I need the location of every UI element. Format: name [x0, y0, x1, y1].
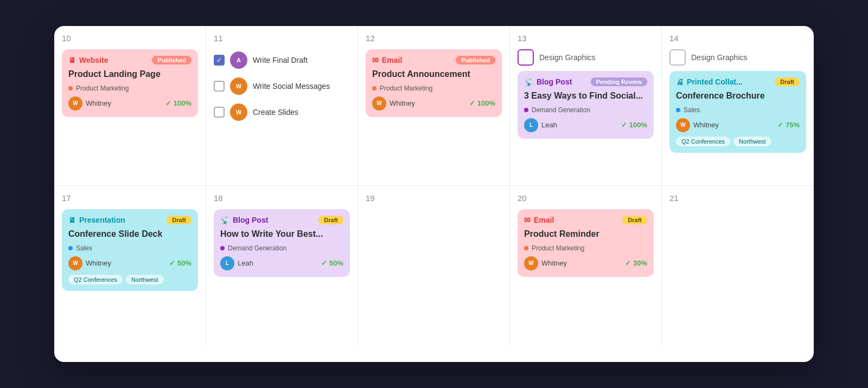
day-cell-20: 20 ✉ Email Draft Product Reminder Produc… — [510, 186, 662, 346]
tag[interactable]: Northwest — [733, 137, 771, 146]
meta-dot — [372, 86, 376, 90]
completion: 30% — [625, 259, 647, 267]
completion: 75% — [777, 121, 800, 129]
completion: 50% — [169, 259, 192, 267]
content-card[interactable]: ✉ Email Published Product Announcement P… — [366, 49, 502, 117]
status-badge: Draft — [167, 216, 192, 224]
card-meta: Demand Generation — [524, 106, 647, 114]
assignee-name: Leah — [238, 259, 253, 267]
avatar: W — [524, 256, 538, 270]
design-header: Design Graphics — [518, 49, 654, 66]
card-header: ✉ Email Published — [372, 56, 495, 64]
meta-dot — [68, 246, 73, 250]
checklist-label: Write Final Draft — [253, 56, 308, 64]
completion: 100% — [469, 99, 495, 107]
content-card[interactable]: 🖥 Presentation Draft Conference Slide De… — [62, 209, 198, 291]
checkbox[interactable] — [214, 81, 225, 92]
content-card[interactable]: ✉ Email Draft Product Reminder Product M… — [518, 209, 654, 277]
card-meta: Sales — [676, 106, 800, 114]
tags: Q2 ConferencesNorthwest — [68, 275, 192, 284]
design-checkbox[interactable] — [518, 49, 534, 66]
card-type: 🖥 Website — [68, 56, 108, 64]
assignee-name: Leah — [541, 121, 557, 129]
card-footer: W Whitney 75% — [676, 118, 800, 132]
checklist-avatar: A — [230, 51, 247, 69]
type-icon: 🖥 — [68, 216, 76, 224]
status-badge: Pending Review — [591, 77, 647, 86]
card-title: How to Write Your Best... — [220, 229, 343, 240]
meta-dot — [524, 246, 528, 250]
tags: Q2 ConferencesNorthwest — [676, 137, 800, 146]
assignee-name: Whitney — [693, 121, 719, 129]
assignee-name: Whitney — [86, 99, 111, 107]
card-footer: W Whitney 30% — [524, 256, 647, 270]
assignee: L Leah — [220, 256, 253, 270]
assignee-name: Whitney — [390, 99, 415, 107]
day-number: 18 — [214, 193, 350, 203]
day-number: 10 — [62, 34, 198, 43]
completion: 100% — [621, 121, 647, 129]
card-title: Product Reminder — [524, 229, 647, 240]
card-title: 3 Easy Ways to Find Social... — [524, 90, 647, 102]
checklist-avatar: W — [230, 77, 247, 95]
card-footer: W Whitney 50% — [68, 256, 192, 270]
tag[interactable]: Northwest — [126, 275, 164, 284]
card-type: 🖥 Presentation — [68, 216, 125, 224]
meta-dot — [220, 246, 225, 250]
content-card[interactable]: 🖨 Printed Collat... Draft Conference Bro… — [669, 71, 806, 153]
type-label: Email — [382, 56, 402, 64]
meta-label: Sales — [684, 106, 700, 114]
card-header: 🖨 Printed Collat... Draft — [676, 77, 800, 86]
type-icon: 🖥 — [68, 56, 76, 64]
avatar: W — [68, 256, 82, 270]
card-footer: L Leah 100% — [524, 118, 647, 132]
content-card[interactable]: 📡 Blog Post Pending Review 3 Easy Ways t… — [518, 71, 654, 139]
avatar: W — [372, 96, 386, 111]
card-type: 🖨 Printed Collat... — [676, 77, 743, 86]
card-title: Product Announcement — [372, 69, 495, 80]
day-cell-21: 21 — [662, 186, 814, 346]
completion: 100% — [165, 99, 192, 107]
card-meta: Product Marketing — [372, 85, 495, 92]
assignee: W Whitney — [372, 96, 415, 111]
day-number: 13 — [518, 34, 654, 43]
day-number: 21 — [669, 193, 806, 203]
day-number: 17 — [62, 193, 198, 203]
card-meta: Product Marketing — [524, 244, 647, 252]
card-type: 📡 Blog Post — [220, 216, 268, 224]
day-number: 19 — [366, 193, 502, 203]
card-type: ✉ Email — [372, 56, 402, 64]
content-card[interactable]: 📡 Blog Post Draft How to Write Your Best… — [214, 209, 350, 277]
status-badge: Published — [456, 56, 495, 64]
card-title: Product Landing Page — [68, 69, 192, 80]
avatar: W — [676, 118, 690, 132]
tag[interactable]: Q2 Conferences — [676, 137, 730, 146]
day-cell-14: 14 Design Graphics 🖨 Printed Collat... D… — [662, 26, 814, 186]
avatar: W — [68, 96, 82, 111]
assignee: L Leah — [524, 118, 557, 132]
assignee: W Whitney — [68, 96, 111, 111]
type-label: Blog Post — [537, 77, 572, 86]
checklist-item: W Create Slides — [214, 104, 350, 121]
tag[interactable]: Q2 Conferences — [68, 275, 123, 284]
type-label: Presentation — [79, 216, 125, 224]
day-number: 12 — [366, 34, 502, 43]
day-cell-10: 10 🖥 Website Published Product Landing P… — [54, 26, 206, 186]
assignee-name: Whitney — [86, 259, 111, 267]
meta-label: Demand Generation — [228, 244, 286, 252]
day-number: 14 — [669, 34, 806, 43]
card-footer: L Leah 50% — [220, 256, 343, 270]
checkbox[interactable]: ✓ — [214, 55, 225, 66]
design-checkbox[interactable] — [669, 49, 686, 66]
checkbox[interactable] — [214, 107, 225, 118]
meta-label: Product Marketing — [76, 85, 129, 92]
design-label: Design Graphics — [691, 53, 748, 62]
type-icon: ✉ — [372, 56, 379, 64]
design-header: Design Graphics — [669, 49, 806, 66]
content-card[interactable]: 🖥 Website Published Product Landing Page… — [62, 49, 198, 117]
assignee: W Whitney — [68, 256, 111, 270]
card-header: 🖥 Website Published — [68, 56, 192, 64]
status-badge: Draft — [318, 216, 343, 224]
day-number: 11 — [214, 34, 350, 43]
card-meta: Demand Generation — [220, 244, 343, 252]
